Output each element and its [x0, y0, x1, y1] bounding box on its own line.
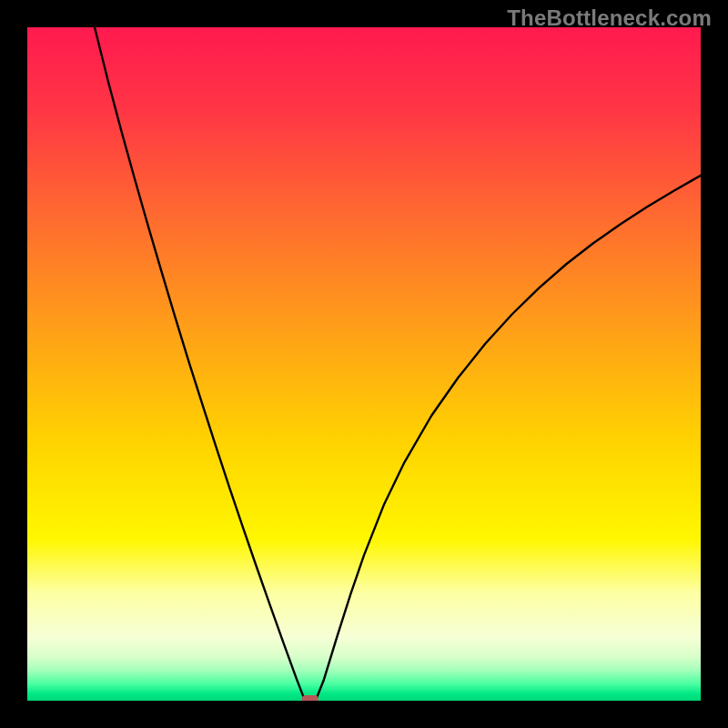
gradient-background [27, 27, 701, 701]
plot-area [27, 27, 701, 701]
outer-frame: TheBottleneck.com [0, 0, 728, 728]
bottleneck-chart [27, 27, 701, 701]
optimum-marker [302, 695, 318, 701]
